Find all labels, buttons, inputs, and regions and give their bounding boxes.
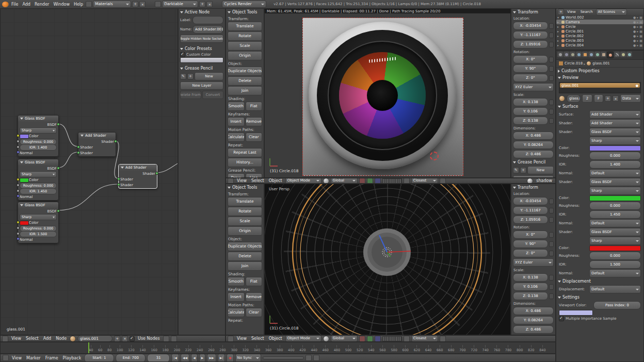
normal-selector[interactable]: Default — [589, 269, 641, 277]
shader-input-socket[interactable] — [77, 151, 80, 154]
add-scene-button[interactable] — [199, 1, 205, 7]
outliner-item[interactable]: ▸Camera●▸▦ — [556, 20, 643, 24]
snap-element-selector[interactable]: Closest — [411, 178, 438, 184]
flat-button[interactable]: Flat — [246, 102, 263, 111]
ior-slider[interactable]: IOR: 1.450 — [20, 188, 57, 194]
glass-bsdf-node-3[interactable]: Glass BSDF BSDF Sharp Color Roughness: 0… — [18, 202, 59, 243]
visibility-icon[interactable]: ● — [633, 15, 636, 19]
render-engine-selector[interactable]: Cycles Render — [222, 1, 266, 8]
view-menu[interactable]: View — [10, 336, 23, 341]
delete-button[interactable]: Delete — [228, 252, 262, 261]
texture-tab[interactable] — [614, 52, 620, 57]
users-count-button[interactable]: 2 — [582, 94, 592, 103]
remove-keyframe-button[interactable]: Remove — [246, 117, 263, 126]
calculate-button[interactable]: Calculate — [228, 308, 245, 317]
add-menu[interactable]: Add — [42, 336, 53, 341]
object-tab[interactable] — [582, 52, 588, 57]
snap-element-selector[interactable]: Closest — [411, 335, 438, 342]
editor-type-icon[interactable] — [228, 178, 234, 184]
shader-output-socket[interactable] — [155, 172, 158, 175]
panel-expand-icon[interactable] — [180, 48, 183, 50]
loc-y-field[interactable]: Y: -1.11167 — [513, 31, 548, 39]
menu-help[interactable]: Help — [72, 2, 85, 7]
loc-x-field[interactable]: X: -0.03454 — [513, 22, 548, 30]
scene-tab[interactable] — [570, 52, 575, 57]
bsdf-output-socket[interactable] — [57, 167, 60, 170]
next-keyframe-button[interactable] — [207, 354, 216, 362]
collapse-icon[interactable] — [81, 135, 84, 137]
add-icon[interactable] — [187, 73, 194, 79]
node-editor[interactable]: Glass BSDF BSDF Sharp Color Roughness: 0… — [0, 8, 178, 335]
object-menu[interactable]: Object — [267, 178, 284, 183]
rot-x-field[interactable]: X: 0° — [513, 231, 548, 239]
lock-icon[interactable] — [549, 57, 554, 62]
outliner-item[interactable]: ▾World.002●▸▦ — [556, 15, 643, 20]
convert-button[interactable]: Convert — [202, 91, 223, 99]
scale-z-field[interactable]: Z: 0.138 — [513, 117, 548, 125]
rot-z-field[interactable]: Z: 0° — [513, 74, 548, 82]
roughness-input-socket[interactable] — [17, 140, 20, 143]
viewport-color-swatch[interactable] — [559, 310, 593, 316]
glass-bsdf-node-1[interactable]: Glass BSDF BSDF Sharp Color Roughness: 0… — [18, 115, 59, 157]
viewport-shading-icon[interactable] — [323, 336, 329, 342]
selectable-icon[interactable]: ▸ — [637, 15, 638, 19]
color-swatch[interactable] — [20, 221, 29, 225]
select-menu[interactable]: Select — [24, 336, 40, 341]
screen-layout-selector[interactable]: Materials — [93, 1, 131, 8]
panel-expand-icon[interactable] — [558, 70, 560, 73]
outliner-item[interactable]: ▸Circle.003●▸▦ — [556, 38, 643, 43]
color-swatch[interactable] — [589, 145, 641, 151]
new-layer-button[interactable]: New Layer — [513, 175, 554, 178]
scene-selector[interactable]: Darktable — [162, 1, 198, 8]
renderable-icon[interactable]: ▦ — [639, 15, 642, 19]
color-swatch[interactable] — [589, 195, 641, 201]
scale-x-field[interactable]: X: 0.138 — [513, 273, 548, 282]
lock-icon[interactable] — [549, 109, 554, 114]
distribution-selector[interactable]: Sharp — [589, 187, 641, 195]
lock-icon[interactable] — [549, 293, 554, 299]
render-layers-tab[interactable] — [564, 52, 569, 57]
ior-slider[interactable]: 1.450 — [589, 210, 641, 219]
clear-button[interactable]: Clear — [246, 133, 263, 142]
slot-link-selector[interactable]: Data — [620, 94, 641, 103]
orientation-selector[interactable]: Global — [331, 178, 358, 184]
play-reverse-button[interactable] — [191, 354, 198, 362]
view-menu[interactable]: View — [235, 178, 248, 183]
world-tab[interactable] — [576, 52, 582, 57]
toggle-hidden-sockets-button[interactable]: Toggle Hidden Node Sockets — [180, 35, 223, 43]
pencil-icon[interactable] — [513, 167, 519, 173]
translate-button[interactable]: Translate — [228, 197, 262, 206]
mode-selector[interactable]: Object Mode — [285, 335, 321, 342]
translate-manipulator-icon[interactable] — [359, 178, 365, 184]
lock-icon[interactable] — [549, 23, 554, 29]
insert-keyframe-icon[interactable] — [305, 355, 312, 361]
sync-mode-selector[interactable]: No Sync — [235, 354, 261, 362]
color-swatch[interactable] — [20, 134, 29, 139]
scene-icon[interactable] — [155, 1, 161, 7]
dim-x-field[interactable]: X: 0.486 — [513, 307, 554, 315]
rotate-manipulator-icon[interactable] — [367, 336, 373, 342]
outliner-item[interactable]: ▸Circle.001●▸▦ — [556, 29, 643, 34]
object-data-tab[interactable] — [601, 52, 606, 57]
origin-button[interactable]: Origin — [228, 51, 262, 60]
history-button[interactable]: History... — [228, 158, 262, 167]
constraints-tab[interactable] — [588, 52, 594, 57]
selectable-icon[interactable]: ▸ — [637, 29, 638, 33]
viewport-shading-icon[interactable] — [323, 178, 329, 184]
mis-checkbox[interactable] — [559, 316, 564, 321]
current-frame-playhead[interactable] — [88, 342, 89, 353]
new-layer-button[interactable]: New Layer — [180, 81, 223, 90]
selectable-icon[interactable]: ▸ — [637, 25, 638, 28]
dim-z-field[interactable]: Z: 0.486 — [513, 325, 554, 334]
visibility-icon[interactable]: ● — [633, 25, 636, 28]
menu-file[interactable]: File — [10, 2, 20, 7]
draw-button[interactable]: Draw — [228, 173, 245, 178]
shader-selector[interactable]: Add Shader — [589, 119, 641, 127]
mode-selector[interactable]: Object Mode — [285, 178, 321, 184]
loc-z-field[interactable]: Z: 1.05916 — [513, 216, 548, 224]
panel-expand-icon[interactable] — [513, 187, 516, 189]
outliner-item[interactable]: ▸Circle●▸▦ — [556, 24, 643, 29]
normal-input-socket[interactable] — [17, 151, 20, 154]
smooth-button[interactable]: Smooth — [228, 277, 245, 286]
lock-icon[interactable] — [549, 217, 554, 223]
